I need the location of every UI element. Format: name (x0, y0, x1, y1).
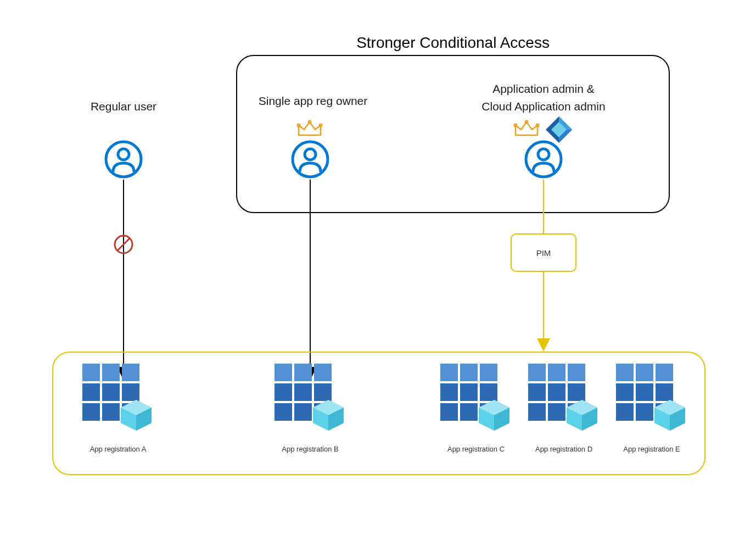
app-registration-icon (273, 363, 344, 433)
svg-rect-46 (440, 364, 458, 381)
app-e-label: App registration E (616, 445, 687, 454)
diagram-canvas: Stronger Conditional Access Regular user… (0, 0, 756, 535)
app-registration-icon (615, 363, 685, 433)
app-d-label: App registration D (528, 445, 600, 454)
admin-label-line2: Cloud Application admin (461, 99, 626, 114)
svg-rect-48 (480, 364, 497, 381)
svg-point-15 (538, 149, 549, 160)
svg-point-11 (118, 149, 129, 160)
svg-point-13 (305, 149, 316, 160)
svg-rect-49 (440, 383, 458, 401)
svg-rect-24 (122, 364, 139, 381)
svg-rect-77 (636, 403, 653, 421)
svg-rect-63 (568, 383, 585, 401)
svg-rect-50 (460, 383, 478, 401)
svg-rect-76 (616, 403, 634, 421)
svg-rect-71 (636, 364, 653, 381)
app-registration-icon (439, 363, 509, 433)
svg-rect-27 (122, 383, 139, 401)
svg-rect-51 (480, 383, 497, 401)
app-b-label: App registration B (275, 445, 346, 454)
svg-rect-40 (275, 403, 292, 421)
regular-user-label: Regular user (77, 99, 170, 114)
svg-rect-53 (460, 403, 478, 421)
svg-rect-59 (548, 364, 565, 381)
app-a-label: App registration A (82, 445, 154, 454)
svg-rect-26 (102, 383, 120, 401)
svg-rect-75 (656, 383, 673, 401)
svg-rect-29 (102, 403, 120, 421)
svg-rect-34 (275, 364, 292, 381)
svg-rect-58 (528, 364, 546, 381)
svg-rect-47 (460, 364, 478, 381)
pim-label: PIM (536, 248, 551, 258)
app-registration-icon (527, 363, 597, 433)
svg-rect-38 (294, 383, 312, 401)
svg-line-21 (117, 238, 130, 250)
app-c-label: App registration C (440, 445, 512, 454)
user-icon (104, 140, 143, 179)
user-icon (524, 140, 563, 179)
svg-rect-74 (636, 383, 653, 401)
prohibit-icon (113, 233, 135, 255)
diagram-title: Stronger Conditional Access (302, 33, 604, 53)
pim-box: PIM (511, 233, 576, 272)
svg-rect-35 (294, 364, 312, 381)
crown-icon (296, 119, 323, 138)
app-registration-icon (81, 363, 152, 433)
svg-rect-62 (548, 383, 565, 401)
svg-rect-60 (568, 364, 585, 381)
svg-rect-36 (314, 364, 332, 381)
svg-rect-23 (102, 364, 120, 381)
user-icon (291, 140, 329, 179)
admin-label-line1: Application admin & (461, 81, 626, 96)
svg-rect-22 (82, 364, 100, 381)
svg-rect-70 (616, 364, 634, 381)
svg-rect-72 (656, 364, 673, 381)
crown-icon (513, 119, 540, 138)
svg-rect-64 (528, 403, 546, 421)
svg-rect-73 (616, 383, 634, 401)
svg-rect-61 (528, 383, 546, 401)
svg-rect-39 (314, 383, 332, 401)
svg-rect-41 (294, 403, 312, 421)
svg-rect-25 (82, 383, 100, 401)
owner-label: Single app reg owner (250, 93, 376, 108)
svg-rect-37 (275, 383, 292, 401)
svg-rect-52 (440, 403, 458, 421)
svg-rect-28 (82, 403, 100, 421)
svg-rect-65 (548, 403, 565, 421)
